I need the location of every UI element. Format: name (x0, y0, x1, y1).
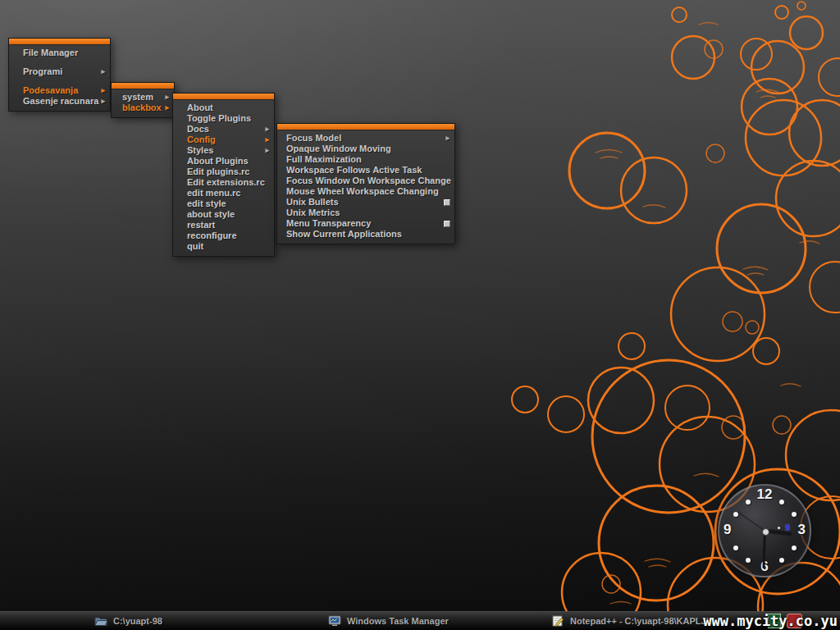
menu-item-label: restart (187, 220, 215, 231)
folder-icon (94, 615, 107, 627)
clock-hour-dot (746, 558, 751, 563)
menu-item[interactable]: Unix Metrics (277, 208, 454, 218)
clock-hour-dot (779, 558, 784, 563)
menu-body: Focus Model Opaque Window Moving Full Ma… (277, 130, 454, 244)
task-manager-icon (328, 615, 341, 627)
menu-item[interactable]: about style (173, 209, 274, 220)
taskbar-task-notepadpp[interactable]: Notepad++ - C:\yuapt-98\KAPLJIC (551, 612, 715, 630)
menu-item[interactable]: About Plugins (173, 156, 274, 167)
menu-item[interactable]: Toggle Plugins (173, 113, 274, 124)
menu-item-label: reconfigure (187, 231, 237, 241)
menu-item[interactable]: quit (173, 241, 274, 252)
menu-item-label: Toggle Plugins (187, 113, 251, 124)
menu-item-label: About Plugins (187, 156, 249, 167)
menu-item-label: Mouse Wheel Workspace Changing (286, 186, 439, 197)
podesavanja-submenu: system blackbox (111, 82, 175, 118)
menu-item-label: edit style (187, 199, 226, 209)
menu-item-label: File Manager (23, 48, 78, 58)
root-menu: File Manager Programi Podesavanja Gasenj… (8, 38, 111, 112)
menu-item[interactable]: Programi (9, 66, 110, 77)
menu-item-label: Focus Window On Workspace Change (286, 176, 451, 186)
clock-numeral-12: 12 (757, 486, 773, 503)
menu-item[interactable]: Unix Bullets (277, 197, 454, 208)
blackbox-submenu: About Toggle Plugins Docs Config Styles … (172, 93, 275, 257)
clock-numeral-9: 9 (724, 522, 731, 538)
clock-date: 9 (785, 523, 790, 532)
menu-item-label: Edit plugins.rc (187, 167, 249, 177)
menu-item[interactable]: Focus Window On Workspace Change (277, 176, 454, 186)
menu-item-label: Workspace Follows Active Task (286, 165, 422, 176)
menu-item-label: edit menu.rc (187, 188, 240, 199)
task-label: Notepad++ - C:\yuapt-98\KAPLJIC (570, 616, 715, 626)
menu-item[interactable]: About (173, 103, 274, 113)
menu-item[interactable]: edit style (173, 199, 274, 209)
clock-hour-dot (792, 546, 797, 550)
menu-title-bar[interactable] (112, 83, 174, 89)
task-label: C:\yuapt-98 (113, 616, 162, 626)
menu-item-label: quit (187, 241, 203, 252)
menu-item-label: Show Current Applications (286, 229, 402, 240)
menu-item-label: Styles (187, 145, 213, 156)
clock-hour-dot (779, 500, 784, 504)
menu-title-bar[interactable] (9, 39, 110, 45)
menu-item[interactable]: Mouse Wheel Workspace Changing (277, 186, 454, 197)
taskbar-task-taskmanager[interactable]: Windows Task Manager (328, 612, 449, 630)
notepad-icon (551, 615, 564, 627)
menu-body: File Manager Programi Podesavanja Gasenj… (9, 45, 110, 111)
menu-item[interactable]: system (112, 92, 174, 103)
clock-minute-marker (778, 527, 780, 529)
menu-item[interactable]: reconfigure (173, 231, 274, 241)
menu-item-label: Focus Model (286, 133, 341, 144)
menu-item[interactable]: Config (173, 135, 274, 145)
clock-hour-dot (746, 500, 751, 504)
task-label: Windows Task Manager (347, 616, 449, 626)
menu-item[interactable]: Show Current Applications (277, 229, 454, 240)
menu-item[interactable]: Focus Model (277, 133, 454, 144)
clock-numeral-3: 3 (798, 522, 806, 538)
menu-item[interactable]: edit menu.rc (173, 188, 274, 199)
menu-item[interactable]: Edit extensions.rc (173, 177, 274, 188)
menu-item-label: blackbox (122, 103, 162, 113)
menu-item[interactable]: File Manager (9, 48, 110, 58)
menu-title-bar[interactable] (277, 124, 454, 130)
menu-item[interactable]: Podesavanja (9, 85, 110, 96)
menu-item-label: Unix Bullets (286, 197, 339, 208)
menu-item-label: Full Maximization (286, 154, 362, 165)
menu-item-label: Opaque Window Moving (286, 144, 391, 154)
menu-item-label: Docs (187, 124, 209, 135)
menu-item-label: Programi (23, 66, 62, 77)
menu-item[interactable]: Full Maximization (277, 154, 454, 165)
menu-item[interactable]: Menu Transparency (277, 218, 454, 229)
menu-item[interactable]: Opaque Window Moving (277, 144, 454, 154)
menu-item-label: Edit extensions.rc (187, 177, 265, 188)
clock-widget[interactable]: 12 3 6 9 9 (718, 484, 811, 578)
menu-item[interactable]: Gasenje racunara (9, 96, 110, 107)
menu-item-label: Unix Metrics (286, 208, 340, 218)
menu-item[interactable]: Edit plugins.rc (173, 167, 274, 177)
menu-item[interactable]: blackbox (112, 103, 174, 113)
menu-body: About Toggle Plugins Docs Config Styles … (173, 100, 274, 256)
config-submenu: Focus Model Opaque Window Moving Full Ma… (276, 123, 455, 244)
menu-item-label: About (187, 103, 213, 113)
clock-hour-dot (733, 546, 738, 550)
menu-item-label: Podesavanja (23, 85, 78, 96)
menu-body: system blackbox (112, 89, 174, 117)
menu-item-label: Menu Transparency (286, 218, 371, 229)
menu-item[interactable]: Docs (173, 124, 274, 135)
menu-title-bar[interactable] (173, 94, 274, 100)
menu-item[interactable]: Workspace Follows Active Task (277, 165, 454, 176)
menu-item-label: Config (187, 135, 216, 145)
menu-item[interactable]: restart (173, 220, 274, 231)
taskbar-task-explorer[interactable]: C:\yuapt-98 (94, 612, 162, 630)
menu-item-label: Gasenje racunara (23, 96, 98, 107)
clock-hour-dot (792, 512, 797, 517)
menu-item-label: about style (187, 209, 235, 220)
menu-item[interactable]: Styles (173, 145, 274, 156)
menu-item-label: system (122, 92, 153, 103)
site-watermark: www.mycity.co.yu (703, 613, 838, 629)
clock-center-cap (762, 528, 769, 536)
